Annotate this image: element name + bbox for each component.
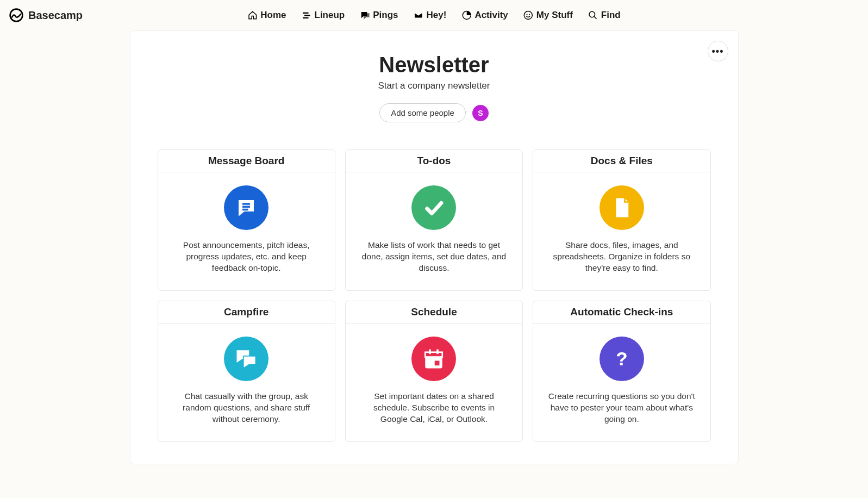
nav-hey[interactable]: Hey! (414, 10, 447, 21)
svg-point-8 (589, 11, 595, 17)
svg-rect-15 (429, 349, 432, 354)
svg-rect-2 (304, 15, 310, 16)
tool-card-schedule[interactable]: ScheduleSet important dates on a shared … (345, 301, 523, 442)
project-subtitle: Start a company newsletter (158, 80, 711, 91)
svg-text:?: ? (616, 348, 627, 369)
nav-find[interactable]: Find (588, 10, 621, 21)
tool-card-title: To-dos (346, 150, 522, 172)
brand-logo[interactable]: Basecamp (9, 8, 83, 23)
svg-rect-3 (303, 17, 309, 18)
tool-card-desc: Set important dates on a shared schedule… (359, 391, 509, 425)
project-header: Newsletter Start a company newsletter Ad… (158, 53, 711, 122)
svg-rect-17 (435, 360, 440, 365)
doc-icon (600, 185, 644, 230)
search-icon (588, 10, 598, 20)
project-panel: ••• Newsletter Start a company newslette… (130, 30, 739, 464)
add-people-button[interactable]: Add some people (379, 103, 466, 122)
people-row: Add some people S (158, 103, 711, 122)
hey-icon (414, 10, 423, 20)
project-title: Newsletter (158, 53, 711, 77)
nav-label: Lineup (315, 10, 345, 21)
svg-rect-14 (426, 352, 443, 357)
tool-card-body: Share docs, files, images, and spreadshe… (533, 172, 710, 290)
tool-card-desc: Chat casually with the group, ask random… (171, 391, 322, 425)
more-options-button[interactable]: ••• (708, 41, 728, 61)
tool-card-desc: Make lists of work that needs to get don… (359, 240, 509, 274)
svg-line-9 (594, 16, 597, 19)
svg-rect-16 (437, 349, 439, 354)
tool-card-desc: Post announcements, pitch ideas, progres… (171, 240, 322, 274)
nav-label: Activity (474, 10, 508, 21)
avatar[interactable]: S (472, 105, 489, 121)
pings-icon (360, 10, 370, 20)
calendar-icon (411, 337, 456, 381)
nav-lineup[interactable]: Lineup (302, 10, 345, 21)
lineup-icon (302, 10, 311, 20)
tool-card-to-dos[interactable]: To-dosMake lists of work that needs to g… (345, 150, 523, 291)
nav-label: Hey! (427, 10, 447, 21)
svg-point-5 (524, 11, 532, 20)
tool-card-automatic-check-ins[interactable]: Automatic Check-ins?Create recurring que… (533, 301, 710, 442)
tool-card-title: Campfire (158, 301, 335, 323)
tool-card-body: ?Create recurring questions so you don't… (533, 323, 710, 441)
nav-home[interactable]: Home (247, 10, 286, 21)
main-nav: Home Lineup Pings Hey! Activity My Stuff… (247, 10, 620, 21)
mystuff-icon (523, 10, 533, 20)
tool-card-campfire[interactable]: CampfireChat casually with the group, as… (158, 301, 335, 442)
nav-pings[interactable]: Pings (360, 10, 398, 21)
nav-label: Pings (373, 10, 398, 21)
nav-mystuff[interactable]: My Stuff (523, 10, 573, 21)
nav-label: Home (260, 10, 286, 21)
tool-card-desc: Share docs, files, images, and spreadshe… (546, 240, 697, 274)
topbar: Basecamp Home Lineup Pings Hey! Activity… (0, 0, 868, 30)
brand-name: Basecamp (28, 9, 83, 22)
home-icon (247, 10, 257, 20)
tool-card-body: Set important dates on a shared schedule… (346, 323, 522, 441)
nav-label: My Stuff (536, 10, 573, 21)
tool-card-body: Chat casually with the group, ask random… (158, 323, 335, 441)
svg-point-7 (529, 14, 530, 15)
basecamp-icon (9, 8, 24, 23)
nav-activity[interactable]: Activity (461, 10, 508, 21)
tool-card-docs-files[interactable]: Docs & FilesShare docs, files, images, a… (533, 150, 710, 291)
svg-rect-1 (303, 13, 309, 14)
tools-grid: Message BoardPost announcements, pitch i… (158, 150, 711, 442)
tool-card-body: Make lists of work that needs to get don… (346, 172, 522, 290)
tool-card-title: Docs & Files (533, 150, 710, 172)
question-icon: ? (600, 337, 644, 381)
tool-card-title: Schedule (346, 301, 522, 323)
tool-card-body: Post announcements, pitch ideas, progres… (158, 172, 335, 290)
nav-label: Find (601, 10, 621, 21)
check-icon (411, 185, 456, 230)
tool-card-message-board[interactable]: Message BoardPost announcements, pitch i… (158, 150, 335, 291)
activity-icon (461, 10, 471, 20)
chat-icon (224, 337, 268, 381)
tool-card-title: Automatic Check-ins (533, 301, 710, 323)
tool-card-title: Message Board (158, 150, 335, 172)
more-icon: ••• (712, 46, 724, 57)
tool-card-desc: Create recurring questions so you don't … (546, 391, 697, 425)
svg-point-6 (526, 14, 527, 15)
message-icon (224, 185, 268, 230)
